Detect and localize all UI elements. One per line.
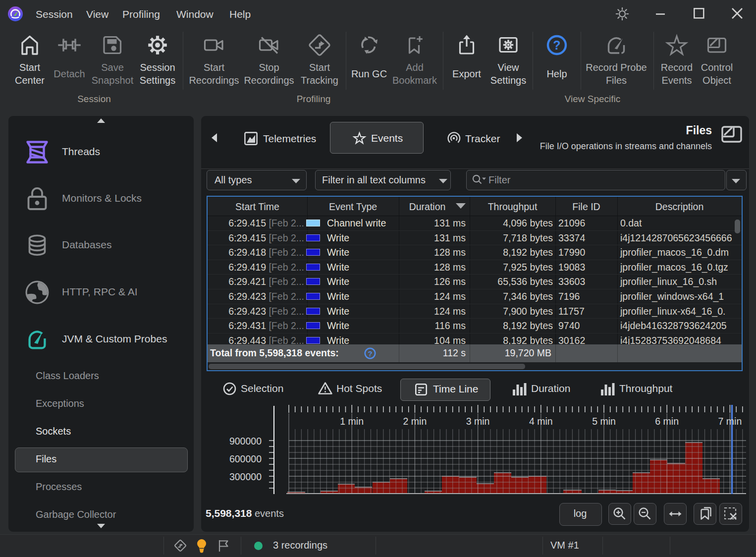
svg-text:?: ? xyxy=(368,349,372,358)
svg-text:?: ? xyxy=(553,38,560,52)
